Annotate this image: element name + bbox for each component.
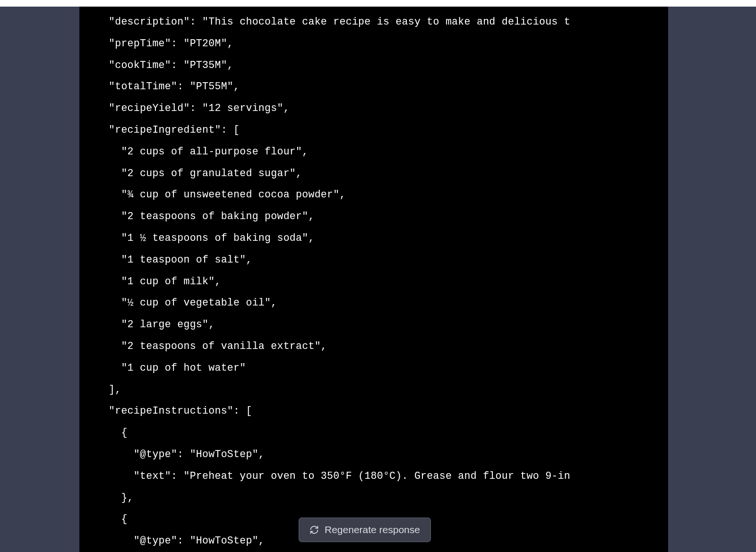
code-line: "recipeYield": "12 servings", — [109, 102, 290, 114]
code-line: "@type": "HowToStep", — [109, 449, 265, 460]
code-line: "@type": "HowToStep", — [109, 535, 265, 546]
code-line: "recipeIngredient": [ — [109, 124, 240, 136]
code-content[interactable]: "description": "This chocolate cake reci… — [79, 7, 668, 552]
code-line: "2 cups of all-purpose flour", — [109, 146, 308, 157]
code-line: "2 teaspoons of baking powder", — [109, 211, 315, 222]
code-line: "description": "This chocolate cake reci… — [109, 16, 570, 27]
code-line: "1 cup of hot water" — [109, 362, 246, 374]
regenerate-button-label: Regenerate response — [325, 524, 420, 535]
code-line: "cookTime": "PT35M", — [109, 59, 233, 71]
code-line: "1 cup of milk", — [109, 276, 221, 287]
code-line: "recipeInstructions": [ — [109, 405, 252, 416]
regenerate-response-button[interactable]: Regenerate response — [299, 518, 431, 542]
code-line: { — [109, 427, 128, 438]
code-line: "prepTime": "PT20M", — [109, 38, 233, 49]
code-line: "2 cups of granulated sugar", — [109, 168, 302, 179]
code-line: "2 teaspoons of vanilla extract", — [109, 340, 327, 352]
code-line: "½ cup of vegetable oil", — [109, 297, 277, 308]
code-line: "text": "Preheat your oven to 350°F (180… — [109, 470, 570, 482]
code-line: }, — [109, 492, 134, 503]
code-line: "totalTime": "PT55M", — [109, 81, 240, 92]
code-block: "description": "This chocolate cake reci… — [79, 7, 668, 552]
code-line: "1 teaspoon of salt", — [109, 254, 252, 265]
code-line: "2 large eggs", — [109, 319, 215, 330]
refresh-icon — [309, 525, 319, 535]
code-line: "¾ cup of unsweetened cocoa powder", — [109, 189, 346, 200]
code-line: ], — [109, 384, 121, 395]
code-line: { — [109, 513, 128, 525]
code-line: "1 ½ teaspoons of baking soda", — [109, 232, 315, 244]
top-white-bar — [0, 0, 756, 7]
